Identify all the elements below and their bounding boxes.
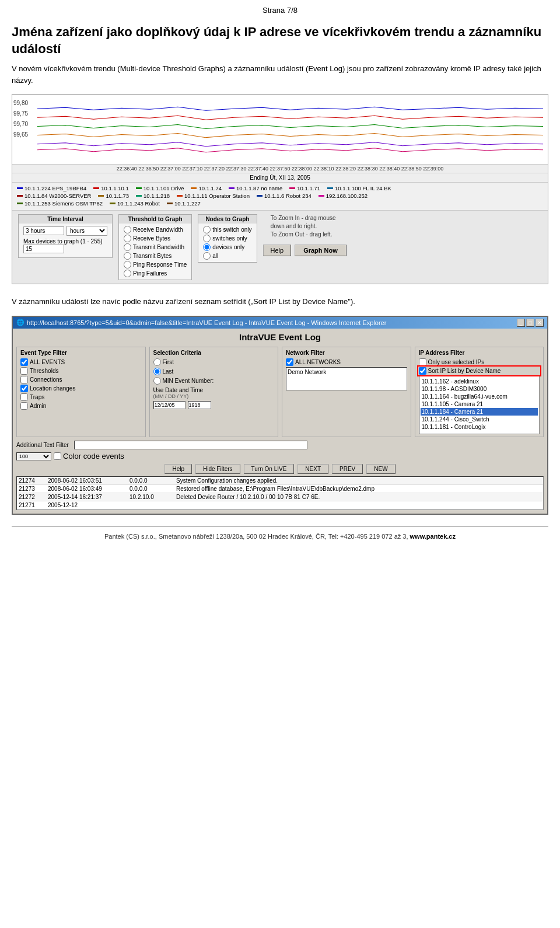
sort-ip-by-device-name[interactable]: Sort IP List by Device Name	[419, 367, 540, 375]
graph-ending: Ending Út, XII 13, 2005	[12, 173, 548, 183]
hide-filters-button[interactable]: Hide Filters	[195, 464, 240, 474]
footer-website[interactable]: www.pantek.cz	[410, 533, 456, 540]
legend-color	[98, 195, 104, 197]
time-interval-select[interactable]: hours	[66, 226, 107, 236]
date-input[interactable]	[153, 401, 186, 409]
filter-all-events[interactable]: ALL EVENTS	[20, 358, 142, 366]
description: V novém vícekřivkovém trendu (Multi-devi…	[12, 63, 548, 86]
legend-label: 10.1.1.11 Operator Station	[184, 193, 250, 199]
event-table: 21274 2008-06-02 16:03:51 0.0.0.0 System…	[16, 476, 544, 510]
legend-label: 10.1.1.218	[144, 193, 170, 199]
legend-item: 192.168.100.252	[318, 193, 368, 199]
max-devices-row	[23, 245, 107, 253]
next-button[interactable]: NEXT	[298, 464, 328, 474]
event-log-title: IntraVUE Event Log	[16, 332, 544, 342]
nodes-option-this-switch[interactable]: this switch only	[203, 226, 251, 233]
network-all[interactable]: ALL NETWORKS	[286, 358, 407, 366]
legend-item: 10.1.1.71	[289, 185, 320, 191]
ip-list-item-selected[interactable]: 10.1.1.184 - Camera 21	[421, 408, 538, 416]
event-ip: 0.0.0.0	[130, 477, 176, 484]
scroll-select[interactable]: 100	[16, 452, 51, 460]
legend-item: 10.1.1.10.1	[93, 185, 129, 191]
filter-location-changes[interactable]: Location changes	[20, 385, 142, 392]
legend-color	[17, 203, 23, 204]
legend-item: 10.1.1.101 Drive	[136, 185, 184, 191]
event-ip	[130, 502, 176, 508]
turn-on-live-button[interactable]: Turn On LIVE	[244, 464, 295, 474]
legend-color	[17, 187, 23, 189]
event-desc: Restored offline database, E:\Program Fi…	[176, 486, 541, 492]
threshold-option-receive-bandwidth[interactable]: Receive Bandwidth	[124, 226, 187, 233]
legend-label: 10.1.1.10.1	[101, 185, 129, 191]
footer-company: Pantek (CS) s.r.o.	[104, 533, 155, 540]
y-label: 99,65	[13, 130, 28, 140]
table-row: 21273 2008-06-02 16:03:49 0.0.0.0 Restor…	[17, 485, 543, 493]
filter-connections[interactable]: Connections	[20, 376, 142, 383]
ip-list-item[interactable]: 10.1.1.162 - adeklinux	[421, 378, 538, 385]
legend-item: 10.1.1.218	[136, 193, 170, 199]
legend-label: 10.1.1.227	[174, 200, 201, 207]
maximize-button[interactable]: □	[526, 319, 534, 327]
network-list-item[interactable]: Demo Network	[288, 369, 405, 375]
selection-first[interactable]: First	[153, 358, 275, 366]
nodes-label: Nodes to Graph	[198, 215, 256, 224]
legend-color	[257, 195, 262, 197]
second-paragraph: V záznamníku událostí lze navíc podle ná…	[12, 296, 548, 308]
network-filter-label: Network Filter	[286, 350, 407, 356]
nodes-radio-group: this switch only switches only devices o…	[203, 226, 251, 260]
graph-legend: 10.1.1.224 EPS_19BFB4 10.1.1.10.1 10.1.1…	[12, 183, 548, 211]
ip-list-item[interactable]: 10.1.1.164 - bugzilla64.i-vue.com	[421, 393, 538, 400]
help-button[interactable]: Help	[263, 245, 292, 256]
window-icon: 🌐	[16, 319, 24, 326]
only-selected-ips[interactable]: Only use selected IPs	[419, 358, 540, 366]
max-devices-label: Max devices to graph (1 - 255)	[23, 238, 107, 245]
event-desc	[176, 502, 541, 508]
nodes-option-switches-only[interactable]: switches only	[203, 235, 251, 242]
help-button[interactable]: Help	[164, 464, 192, 474]
time-interval-input[interactable]	[23, 226, 64, 235]
selection-last[interactable]: Last	[153, 368, 275, 375]
event-ip: 10.2.10.0	[130, 494, 176, 500]
threshold-option-transmit-bytes[interactable]: Transmit Bytes	[124, 252, 187, 260]
legend-item: 10.1.1.74	[191, 185, 222, 191]
threshold-option-receive-bytes[interactable]: Receive Bytes	[124, 235, 187, 242]
time-input[interactable]	[188, 401, 211, 409]
additional-filter-input[interactable]	[74, 441, 307, 449]
network-list[interactable]: Demo Network	[286, 367, 407, 390]
ip-list[interactable]: 10.1.1.162 - adeklinux 10.1.1.98 - AGSDI…	[419, 376, 540, 434]
threshold-option-ping-response[interactable]: Ping Response Time	[124, 261, 187, 268]
color-code-events[interactable]: Color code events	[54, 452, 124, 460]
graph-now-button[interactable]: Graph Now	[295, 245, 346, 256]
threshold-option-ping-failures[interactable]: Ping Failures	[124, 270, 187, 277]
ip-list-item[interactable]: 10.1.1.244 - Cisco_Switch	[421, 416, 538, 423]
new-button[interactable]: NEW	[366, 464, 395, 474]
filter-traps[interactable]: Traps	[20, 393, 142, 401]
y-label: 99,75	[13, 109, 28, 119]
event-date: 2008-06-02 16:03:51	[48, 477, 130, 484]
legend-color	[110, 203, 116, 204]
bottom-buttons: Help Hide Filters Turn On LIVE NEXT PREV…	[16, 464, 544, 474]
window-controls: _ □ ✕	[517, 319, 544, 327]
legend-row-3: 10.1.1.253 Siemens OSM TP62 10.1.1.243 R…	[17, 200, 543, 207]
additional-filter-label: Additional Text Filter	[16, 442, 69, 448]
time-interval-label: Time Interval	[19, 215, 112, 224]
nodes-option-devices-only[interactable]: devices only	[203, 243, 251, 251]
network-filter: Network Filter ALL NETWORKS Demo Network	[282, 347, 411, 437]
close-button[interactable]: ✕	[536, 319, 544, 327]
minimize-button[interactable]: _	[517, 319, 525, 327]
ip-list-item[interactable]: 10.1.1.105 - Camera 21	[421, 400, 538, 408]
filter-thresholds[interactable]: Thresholds	[20, 367, 142, 375]
threshold-option-transmit-bandwidth[interactable]: Transmit Bandwidth	[124, 243, 187, 251]
selection-radio-group: First Last MIN Event Number:	[153, 358, 275, 385]
event-desc: Deleted Device Router / 10.2.10.0 / 00 1…	[176, 494, 541, 500]
legend-item: 10.1.1.87 no name	[229, 185, 282, 191]
selection-min-event[interactable]: MIN Event Number:	[153, 377, 275, 385]
prev-button[interactable]: PREV	[332, 464, 363, 474]
legend-item: 10.1.1.6 Robot 234	[257, 193, 312, 199]
nodes-option-all[interactable]: all	[203, 252, 251, 260]
filter-admin[interactable]: Admin	[20, 402, 142, 410]
y-label: 99,70	[13, 119, 28, 130]
ip-list-item[interactable]: 10.1.1.98 - AGSDIM3000	[421, 385, 538, 393]
ip-list-item[interactable]: 10.1.1.181 - ControLogix	[421, 423, 538, 431]
max-devices-input[interactable]	[23, 245, 64, 253]
